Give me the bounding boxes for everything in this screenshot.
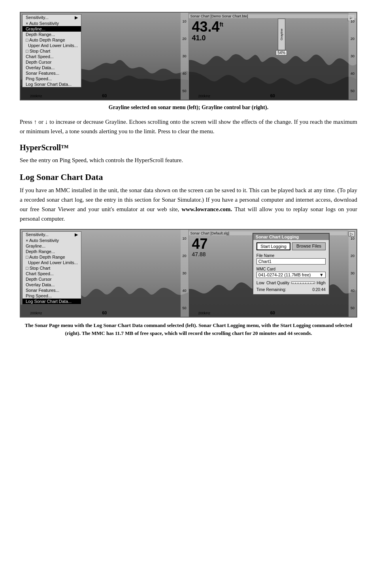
quality-bar-container: Chart Quality [266, 281, 290, 285]
menu2-auto-depth[interactable]: □ Auto Depth Range [23, 254, 81, 260]
menu2-ping-speed[interactable]: Ping Speed... [23, 293, 81, 299]
freq-label-left2: 200kHz [30, 311, 42, 315]
depth-sub-right2: 47.88 [192, 251, 208, 257]
figure2-container: Sensitivity...▶ Auto Sensitivity Graylin… [20, 229, 357, 337]
start-logging-btn[interactable]: Start Logging [256, 242, 291, 250]
sonar-chart-title-right: Sonar Chart [Demo Sonar Chart.bte] [189, 14, 357, 18]
figure1-caption: Grayline selected on sonar menu (left); … [20, 104, 357, 111]
menu-item-sensitivity[interactable]: Sensitivity...▶ [23, 15, 81, 21]
depth-main-right2: 47 [192, 237, 208, 251]
logging-title: Sonar Chart Logging [253, 234, 329, 240]
log-sonar-text: If you have an MMC installed in the unit… [20, 185, 357, 223]
figure1-screens: Sensitivity...▶ Auto Sensitivity Graylin… [20, 12, 357, 100]
quality-low-label: Low [256, 280, 264, 285]
depth-ruler-r1: 10 20 30 40 50 [349, 13, 356, 100]
figure1-container: Sensitivity...▶ Auto Sensitivity Graylin… [20, 12, 357, 111]
bottom-label-left2: 60 [21, 310, 188, 315]
menu-item-depth-range[interactable]: Depth Range... [23, 32, 81, 37]
menu2-chart-speed[interactable]: Chart Speed... [23, 271, 81, 276]
menu-item-ping-speed[interactable]: Ping Speed... [23, 76, 81, 81]
left-sonar-menu: Sensitivity...▶ Auto Sensitivity Graylin… [22, 14, 81, 87]
menu-item-sonar-features[interactable]: Sonar Features... [23, 70, 81, 76]
quality-dots-bar: ●●●●●●●●● [291, 282, 315, 284]
bottom-label-left: 60 [21, 93, 188, 98]
depth-ruler-r2-right: 10 20 30 40 50 [349, 230, 356, 317]
depth-display-right: 43.4ft 41.0 [192, 20, 223, 42]
chart-quality-row: Low Chart Quality ●●●●●●●●● High [256, 280, 326, 285]
menu2-upper-lower[interactable]: Upper And Lower Limits... [23, 260, 81, 265]
menu-item-auto-sensitivity[interactable]: Auto Sensitivity [23, 21, 81, 26]
left-sonar-menu2: Sensitivity...▶ Auto Sensitivity Graylin… [22, 231, 81, 304]
freq-label-right2: 200kHz [198, 311, 211, 315]
mmc-card-select[interactable]: 041-0274-22 (11.7MB free) ▼ [256, 272, 326, 278]
body-para1: Press ↑ or ↓ to increase or decrease Gra… [20, 117, 357, 136]
menu-item-stop-chart[interactable]: □ Stop Chart [23, 48, 81, 54]
website-bold: www.lowrance.com. [181, 206, 232, 212]
logging-body: Start Logging Browse Files File Name Cha… [253, 240, 329, 294]
freq-label-left: 200kHz [30, 94, 42, 98]
grayline-pct: 54% [276, 50, 287, 55]
time-remaining-label: Time Remaining: [256, 287, 286, 292]
menu2-auto-sensitivity[interactable]: Auto Sensitivity [23, 238, 81, 243]
depth-ruler-r2-left: 10 20 30 40 50 [181, 230, 188, 317]
sonar-background-left: Sensitivity...▶ Auto Sensitivity Graylin… [21, 13, 188, 100]
sonar-bg-right2: Sonar Chart [Default.slg] ▷ 47 47.88 Son… [189, 230, 357, 317]
menu-item-depth-cursor[interactable]: Depth Cursor [23, 59, 81, 65]
quality-high-label: High [317, 280, 326, 285]
menu-item-grayline[interactable]: Grayline... [23, 26, 81, 32]
hyperscroll-text: See the entry on Ping Speed, which contr… [20, 155, 357, 165]
time-remaining-value: 0:20:44 [312, 287, 325, 292]
figure2-left-screen: Sensitivity...▶ Auto Sensitivity Graylin… [21, 230, 189, 317]
logging-buttons-row: Start Logging Browse Files [256, 242, 326, 250]
bottom-label-right2: 60 [189, 310, 357, 315]
figure2-right-screen: Sonar Chart [Default.slg] ▷ 47 47.88 Son… [189, 230, 357, 317]
figure2-screens: Sensitivity...▶ Auto Sensitivity Graylin… [20, 229, 357, 318]
figure2-caption: The Sonar Page menu with the Log Sonar C… [20, 321, 357, 337]
menu2-stop-chart[interactable]: □ Stop Chart [23, 265, 81, 271]
time-remaining-row: Time Remaining: 0:20:44 [256, 287, 326, 292]
grayline-bar: Grayline 54% [276, 19, 287, 55]
menu-item-auto-depth[interactable]: □ Auto Depth Range [23, 37, 81, 43]
logging-panel: Sonar Chart Logging Start Logging Browse… [253, 233, 330, 295]
menu-item-chart-speed[interactable]: Chart Speed... [23, 54, 81, 59]
hyperscroll-heading: HyperScroll™ [20, 143, 357, 152]
menu2-sensitivity[interactable]: Sensitivity...▶ [23, 232, 81, 238]
mmc-card-label: MMC Card [256, 267, 326, 271]
browse-files-btn[interactable]: Browse Files [292, 242, 326, 250]
figure1-right-screen: Sonar Chart [Demo Sonar Chart.bte] ▶ 43.… [189, 13, 357, 100]
menu-item-log-sonar[interactable]: Log Sonar Chart Data... [23, 81, 81, 87]
sonar-bg-left2: Sensitivity...▶ Auto Sensitivity Graylin… [21, 230, 188, 317]
menu2-sonar-features[interactable]: Sonar Features... [23, 287, 81, 293]
menu2-depth-cursor[interactable]: Depth Cursor [23, 276, 81, 282]
bottom-label-right1: 60 [189, 93, 357, 98]
figure1-left-screen: Sensitivity...▶ Auto Sensitivity Graylin… [21, 13, 189, 100]
menu2-log-sonar[interactable]: Log Sonar Chart Data... [23, 299, 81, 304]
sonar-background-right: Sonar Chart [Demo Sonar Chart.bte] ▶ 43.… [189, 13, 357, 100]
menu2-depth-range[interactable]: Depth Range... [23, 249, 81, 254]
freq-label-right1: 200kHz [198, 94, 211, 98]
chart-arrow-btn2[interactable]: ▷ [349, 231, 355, 236]
file-name-label: File Name [256, 253, 326, 258]
depth-display-right2: 47 47.88 [192, 237, 208, 257]
menu2-overlay-data[interactable]: Overlay Data... [23, 282, 81, 287]
file-name-input[interactable]: Chart1 [256, 258, 326, 265]
depth-main-right: 43.4ft [192, 20, 223, 34]
menu2-grayline[interactable]: Grayline... [23, 243, 81, 249]
depth-sub-right: 41.0 [192, 34, 223, 42]
menu-item-upper-lower[interactable]: Upper And Lower Limits... [23, 43, 81, 48]
menu-item-overlay-data[interactable]: Overlay Data... [23, 65, 81, 70]
depth-ruler-right-1: 10 20 30 40 50 [181, 13, 188, 100]
log-sonar-heading: Log Sonar Chart Data [20, 172, 357, 182]
